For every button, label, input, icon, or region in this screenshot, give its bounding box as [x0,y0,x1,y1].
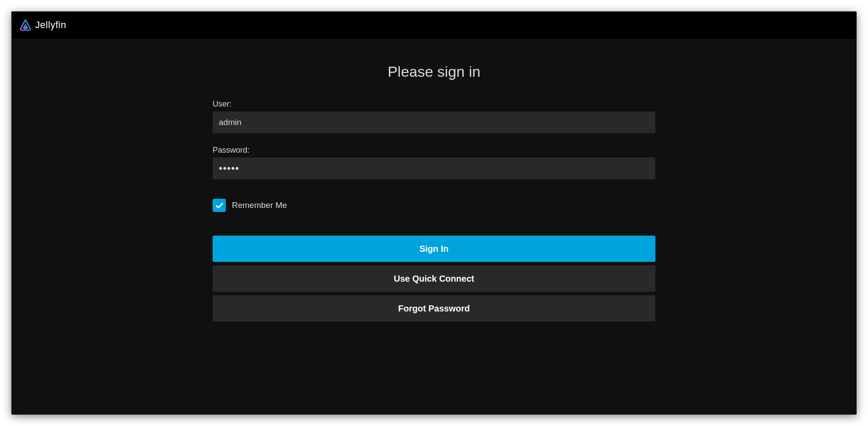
remember-me-group[interactable]: Remember Me [213,199,655,212]
sign-in-button[interactable]: Sign In [213,236,655,262]
password-label: Password: [213,146,655,155]
user-field-group: User: [213,100,655,133]
password-input[interactable] [213,158,655,179]
password-field-group: Password: [213,146,655,179]
user-label: User: [213,100,655,109]
remember-me-label: Remember Me [232,200,287,210]
logo[interactable]: Jellyfin [19,19,66,31]
forgot-password-button[interactable]: Forgot Password [213,295,655,322]
main-content: Please sign in User: Password: [11,39,857,415]
checkmark-icon [214,200,224,210]
login-form: User: Password: Remember Me [213,100,655,325]
quick-connect-button[interactable]: Use Quick Connect [213,265,655,292]
app-name: Jellyfin [35,19,66,31]
page-title: Please sign in [388,63,480,80]
app-header: Jellyfin [11,11,857,39]
jellyfin-logo-icon [19,19,32,31]
remember-me-checkbox[interactable] [213,199,226,212]
user-input[interactable] [213,111,655,133]
